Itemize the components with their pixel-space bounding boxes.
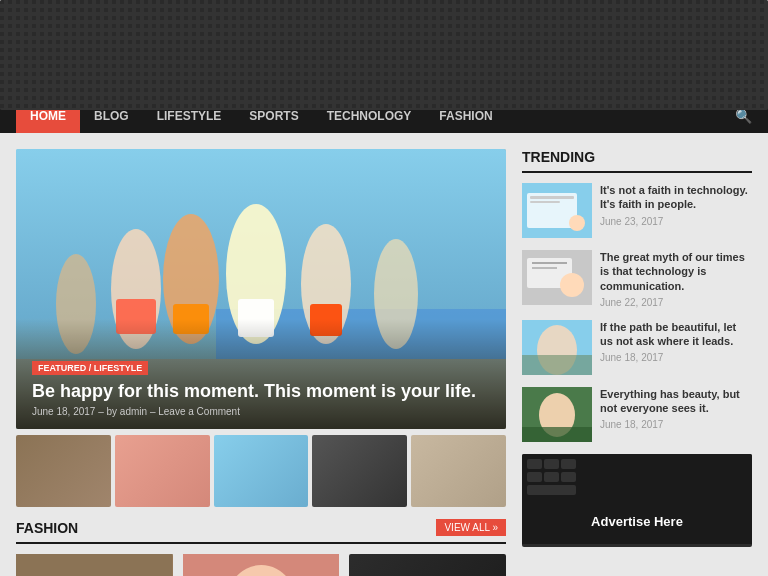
- trending-item-1: It's not a faith in technology. It's fai…: [522, 183, 752, 238]
- svg-rect-26: [530, 201, 560, 203]
- trending-text-1: It's not a faith in technology. It's fai…: [600, 183, 752, 227]
- hero-author[interactable]: admin: [120, 406, 147, 417]
- hero-separator: –: [150, 406, 158, 417]
- view-all-button[interactable]: VIEW ALL »: [436, 519, 506, 536]
- trending-title-1: It's not a faith in technology. It's fai…: [600, 183, 752, 212]
- fashion-img-1: [16, 554, 173, 576]
- hero-section: FEATURED / LIFESTYLE Be happy for this m…: [16, 149, 506, 429]
- svg-rect-31: [532, 262, 567, 264]
- trending-item-2: The great myth of our times is that tech…: [522, 250, 752, 308]
- svg-rect-25: [530, 196, 574, 199]
- svg-rect-40: [527, 459, 542, 469]
- hero-date: June 18, 2017: [32, 406, 95, 417]
- hero-by: – by: [98, 406, 120, 417]
- svg-rect-38: [522, 427, 592, 442]
- trending-text-4: Everything has beauty, but not everyone …: [600, 387, 752, 431]
- thumb-5[interactable]: [411, 435, 506, 507]
- fashion-title: FASHION: [16, 520, 78, 536]
- sidebar-advertise[interactable]: Advertise Here: [522, 454, 752, 547]
- search-icon[interactable]: 🔍: [735, 108, 752, 124]
- trending-title-2: The great myth of our times is that tech…: [600, 250, 752, 293]
- svg-rect-46: [527, 485, 576, 495]
- svg-point-30: [560, 273, 584, 297]
- thumb-3[interactable]: [214, 435, 309, 507]
- hero-meta: June 18, 2017 – by admin – Leave a Comme…: [32, 406, 490, 417]
- trending-text-2: The great myth of our times is that tech…: [600, 250, 752, 308]
- trending-text-3: If the path be beautiful, let us not ask…: [600, 320, 752, 364]
- svg-point-27: [569, 215, 585, 231]
- svg-rect-43: [527, 472, 542, 482]
- svg-rect-35: [522, 355, 592, 375]
- advertise-box[interactable]: Advertise Here: [349, 554, 506, 576]
- trending-thumb-4: [522, 387, 592, 442]
- fashion-img-2: [183, 554, 340, 576]
- trending-item-3: If the path be beautiful, let us not ask…: [522, 320, 752, 375]
- svg-text:Advertise Here: Advertise Here: [591, 514, 683, 529]
- trending-title-4: Everything has beauty, but not everyone …: [600, 387, 752, 416]
- svg-rect-13: [16, 554, 173, 576]
- trending-title-3: If the path be beautiful, let us not ask…: [600, 320, 752, 349]
- trending-item-4: Everything has beauty, but not everyone …: [522, 387, 752, 442]
- svg-rect-42: [561, 459, 576, 469]
- svg-rect-20: [0, 0, 768, 110]
- right-column: TRENDING It's not a faith in technology.…: [522, 149, 752, 576]
- trending-thumb-2: [522, 250, 592, 305]
- trending-date-3: June 18, 2017: [600, 352, 752, 363]
- trending-thumb-1: [522, 183, 592, 238]
- thumb-2[interactable]: [115, 435, 210, 507]
- fashion-section-header: FASHION VIEW ALL »: [16, 519, 506, 544]
- thumbnail-row: [16, 435, 506, 507]
- hero-title: Be happy for this moment. This moment is…: [32, 381, 490, 402]
- thumb-4[interactable]: [312, 435, 407, 507]
- fashion-item-2: Everything has beauty, but not everyone …: [183, 554, 340, 576]
- svg-rect-45: [561, 472, 576, 482]
- trending-heading: TRENDING: [522, 149, 752, 173]
- svg-rect-41: [544, 459, 559, 469]
- hero-comment-link[interactable]: Leave a Comment: [158, 406, 240, 417]
- fashion-grid: Everything has beauty, but not everyone …: [16, 554, 506, 576]
- svg-rect-32: [532, 267, 557, 269]
- main-content: FEATURED / LIFESTYLE Be happy for this m…: [0, 133, 768, 576]
- trending-date-1: June 23, 2017: [600, 216, 752, 227]
- thumb-1[interactable]: [16, 435, 111, 507]
- trending-thumb-3: [522, 320, 592, 375]
- left-column: FEATURED / LIFESTYLE Be happy for this m…: [16, 149, 506, 576]
- hero-tag: FEATURED / LIFESTYLE: [32, 361, 148, 375]
- svg-rect-44: [544, 472, 559, 482]
- trending-date-2: June 22, 2017: [600, 297, 752, 308]
- fashion-item-1: Everything has beauty, but not everyone …: [16, 554, 173, 576]
- trending-date-4: June 18, 2017: [600, 419, 752, 430]
- advertise-item: Advertise Here: [349, 554, 506, 576]
- hero-overlay: FEATURED / LIFESTYLE Be happy for this m…: [16, 319, 506, 429]
